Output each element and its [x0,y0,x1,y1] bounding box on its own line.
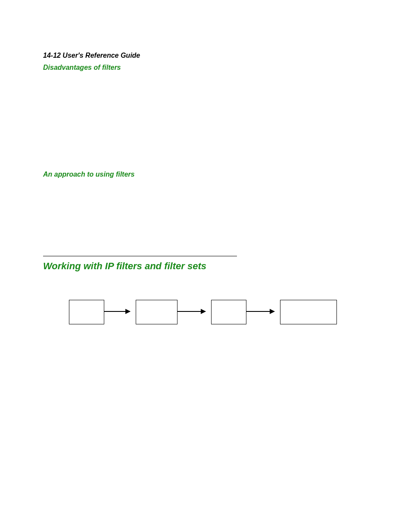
section-rule [43,256,237,256]
subheading-approach: An approach to using filters [43,171,368,178]
diagram-box-2 [136,300,177,324]
section-title: Working with IP filters and filter sets [43,261,368,272]
page-header: 14-12 User's Reference Guide [43,52,368,59]
flow-diagram [69,296,371,330]
arrow-icon [177,311,206,312]
subheading-disadvantages: Disadvantages of filters [43,64,368,72]
diagram-box-4 [280,300,337,324]
diagram-box-1 [69,300,104,324]
diagram-box-3 [211,300,246,324]
arrow-icon [246,311,274,312]
arrow-icon [104,311,130,312]
